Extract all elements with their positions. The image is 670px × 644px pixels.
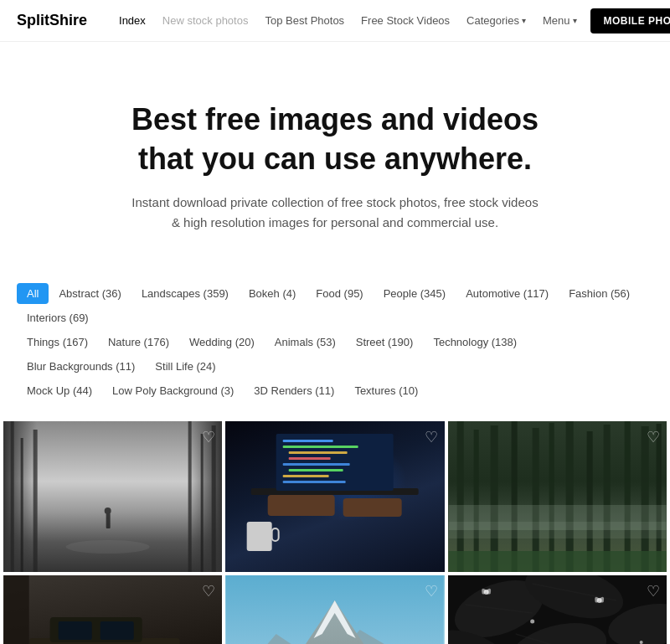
heart-icon[interactable]: ♡ xyxy=(647,428,660,446)
nav-item-top-best[interactable]: Top Best Photos xyxy=(258,11,351,30)
filter-section: All Abstract (36) Landscapes (359) Bokeh… xyxy=(0,266,670,413)
filter-row-3: Mock Up (44) Low Poly Background (3) 3D … xyxy=(17,380,653,401)
photo-card-jeep[interactable]: ♡ xyxy=(3,575,222,644)
chevron-down-icon: ▾ xyxy=(522,16,526,25)
filter-animals[interactable]: Animals (53) xyxy=(265,332,346,353)
navigation: SplitShire Index New stock photos Top Be… xyxy=(0,0,670,42)
svg-rect-0 xyxy=(11,421,14,572)
svg-rect-21 xyxy=(247,522,272,551)
filter-nature[interactable]: Nature (176) xyxy=(98,332,179,353)
svg-rect-17 xyxy=(283,475,329,477)
svg-rect-6 xyxy=(106,513,111,528)
svg-rect-36 xyxy=(448,522,666,538)
filter-mock-up[interactable]: Mock Up (44) xyxy=(17,380,102,401)
svg-rect-42 xyxy=(100,621,134,640)
filter-low-poly[interactable]: Low Poly Background (3) xyxy=(102,380,244,401)
heart-icon[interactable]: ♡ xyxy=(647,582,660,600)
svg-rect-15 xyxy=(283,463,350,466)
svg-rect-41 xyxy=(59,621,92,640)
photo-mountain-image xyxy=(225,575,444,644)
photo-card-mountain[interactable]: ♡ xyxy=(225,575,444,644)
nav-item-free-stock-videos[interactable]: Free Stock Videos xyxy=(354,11,456,30)
nav-item-categories[interactable]: Categories ▾ xyxy=(460,11,533,30)
photo-card-leaves[interactable]: ♡ xyxy=(448,575,667,644)
svg-rect-3 xyxy=(188,421,192,572)
forest-svg xyxy=(448,421,667,572)
filter-abstract[interactable]: Abstract (36) xyxy=(49,283,131,304)
nav-links: Index New stock photos Top Best Photos F… xyxy=(112,11,583,30)
brand-logo[interactable]: SplitShire xyxy=(17,12,87,29)
filter-still-life[interactable]: Still Life (24) xyxy=(145,356,225,377)
nav-item-menu[interactable]: Menu ▾ xyxy=(536,11,584,30)
photo-grid: ♡ xyxy=(0,413,670,644)
svg-rect-23 xyxy=(456,421,463,572)
hero-section: Best free images and videos that you can… xyxy=(0,42,670,266)
svg-rect-37 xyxy=(448,551,666,572)
filter-automotive[interactable]: Automotive (117) xyxy=(456,283,559,304)
filter-fashion[interactable]: Fashion (56) xyxy=(559,283,640,304)
chevron-down-icon: ▾ xyxy=(573,16,577,25)
filter-technology[interactable]: Technology (138) xyxy=(423,332,527,353)
svg-rect-5 xyxy=(212,425,216,572)
filter-blur-bg[interactable]: Blur Backgrounds (11) xyxy=(17,356,145,377)
leaves-svg xyxy=(448,575,667,644)
mountain-svg xyxy=(225,575,444,644)
photo-fog-image xyxy=(3,421,222,572)
heart-icon[interactable]: ♡ xyxy=(425,428,438,446)
svg-rect-14 xyxy=(289,457,331,460)
svg-rect-25 xyxy=(490,425,497,572)
svg-rect-19 xyxy=(268,495,335,516)
heart-icon[interactable]: ♡ xyxy=(202,582,215,600)
svg-rect-26 xyxy=(511,421,517,572)
filter-all[interactable]: All xyxy=(17,283,49,304)
svg-rect-1 xyxy=(21,438,23,572)
svg-rect-24 xyxy=(473,430,478,572)
hero-heading: Best free images and videos that you can… xyxy=(17,100,653,179)
svg-rect-22 xyxy=(272,528,279,541)
filter-landscapes[interactable]: Landscapes (359) xyxy=(131,283,239,304)
nav-item-index[interactable]: Index xyxy=(112,11,152,30)
laptop-svg xyxy=(225,421,444,572)
svg-rect-29 xyxy=(565,421,573,572)
photo-leaves-image xyxy=(448,575,667,644)
svg-rect-4 xyxy=(201,434,204,572)
svg-rect-33 xyxy=(641,426,648,572)
svg-rect-16 xyxy=(289,469,343,471)
hero-subtext: Instant download private collection of f… xyxy=(17,193,653,233)
filter-3d-renders[interactable]: 3D Renders (11) xyxy=(244,380,344,401)
filter-food[interactable]: Food (95) xyxy=(306,283,373,304)
filter-textures[interactable]: Textures (10) xyxy=(344,380,428,401)
fog-trees-svg xyxy=(3,421,222,572)
svg-rect-18 xyxy=(283,481,346,483)
jeep-svg xyxy=(3,575,222,644)
filter-bokeh[interactable]: Bokeh (4) xyxy=(239,283,306,304)
photo-laptop-image xyxy=(225,421,444,572)
filter-row-1: All Abstract (36) Landscapes (359) Bokeh… xyxy=(17,283,653,328)
svg-point-7 xyxy=(105,507,111,514)
filter-people[interactable]: People (345) xyxy=(374,283,456,304)
svg-rect-32 xyxy=(624,421,630,572)
photo-card-forest[interactable]: ♡ xyxy=(448,421,667,572)
heart-icon[interactable]: ♡ xyxy=(425,582,438,600)
svg-rect-2 xyxy=(34,430,38,572)
nav-item-new-stock[interactable]: New stock photos xyxy=(156,11,255,30)
photo-card-fog[interactable]: ♡ xyxy=(3,421,222,572)
svg-rect-13 xyxy=(289,451,348,454)
svg-point-75 xyxy=(639,641,642,644)
svg-rect-27 xyxy=(532,428,539,572)
svg-rect-30 xyxy=(586,431,592,572)
svg-rect-11 xyxy=(283,440,333,442)
mobile-photos-cta[interactable]: MOBILE PHOTOS ACCESS xyxy=(590,8,671,33)
filter-street[interactable]: Street (190) xyxy=(346,332,424,353)
heart-icon[interactable]: ♡ xyxy=(202,428,215,446)
svg-rect-20 xyxy=(343,498,402,517)
svg-rect-31 xyxy=(603,425,610,572)
filter-row-2: Things (167) Nature (176) Wedding (20) A… xyxy=(17,332,653,377)
filter-things[interactable]: Things (167) xyxy=(17,332,98,353)
photo-card-laptop[interactable]: ♡ xyxy=(225,421,444,572)
svg-rect-38 xyxy=(4,575,29,644)
photo-forest-image xyxy=(448,421,667,572)
svg-rect-28 xyxy=(549,423,554,572)
filter-wedding[interactable]: Wedding (20) xyxy=(179,332,265,353)
filter-interiors[interactable]: Interiors (69) xyxy=(17,307,99,328)
